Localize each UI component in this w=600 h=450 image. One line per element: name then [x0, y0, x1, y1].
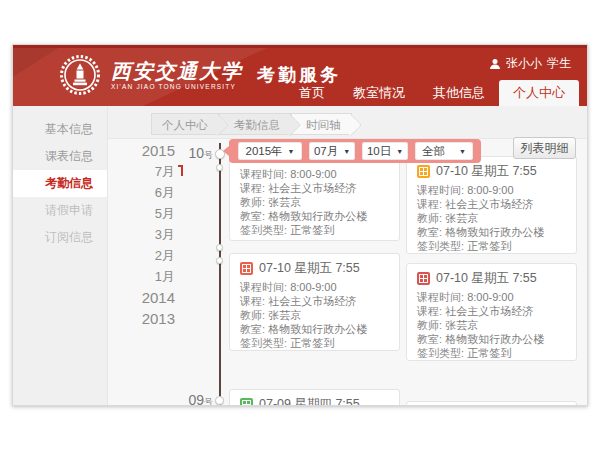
attendance-card: 07-10 星期五 7:55 课程时间: 8:00-9:00 课程: 社会主义市…: [406, 156, 577, 254]
user-role: 学生: [547, 55, 571, 72]
timeline-node: [216, 164, 223, 171]
calendar-icon: [240, 262, 253, 275]
scale-month-6[interactable]: 6月: [113, 182, 175, 203]
user-account[interactable]: 张小小 学生: [489, 55, 571, 72]
day-select[interactable]: 10日▼: [362, 142, 408, 160]
breadcrumb: 个人中心 考勤信息 时间轴: [151, 113, 352, 135]
card-title: 07-10 星期五 7:55: [436, 270, 537, 287]
attendance-card: 07-09 星期四 7:55: [229, 389, 400, 406]
nav-item-personal-center[interactable]: 个人中心: [499, 80, 579, 106]
list-detail-button[interactable]: 列表明细: [513, 137, 576, 159]
sidebar-item-attendance[interactable]: 考勤信息: [13, 170, 107, 197]
user-name: 张小小: [506, 55, 542, 72]
sidebar-item-basic-info[interactable]: 基本信息: [13, 116, 107, 143]
calendar-icon: [417, 272, 430, 285]
timeline-scale: 2015 7月 6月 5月 3月 2月 1月 2014 2013: [113, 140, 175, 329]
header-top-strip: [13, 45, 587, 48]
nav-item-classrooms[interactable]: 教室情况: [339, 80, 419, 106]
sidebar-item-subscription[interactable]: 订阅信息: [13, 224, 107, 251]
timeline-node: [216, 257, 223, 264]
brand-names: 西安交通大学 XI'AN JIAO TONG UNIVERSITY: [111, 60, 243, 90]
nav-item-home[interactable]: 首页: [285, 80, 339, 106]
scale-year-2014[interactable]: 2014: [113, 287, 175, 308]
app-window: 西安交通大学 XI'AN JIAO TONG UNIVERSITY 考勤服务 张…: [12, 44, 588, 406]
chevron-down-icon: ▼: [288, 148, 295, 155]
sidebar-item-leave-request[interactable]: 请假申请: [13, 197, 107, 224]
card-title: 07-10 星期五 7:55: [436, 163, 537, 180]
scale-month-7[interactable]: 7月: [113, 161, 175, 182]
breadcrumb-personal-center[interactable]: 个人中心: [151, 113, 219, 135]
attendance-card: 07-10 星期五 7:55 课程时间: 8:00-9:00 课程: 社会主义市…: [229, 253, 400, 351]
day-group-label-09: 09号: [173, 392, 213, 406]
timeline-axis: [219, 143, 221, 406]
scale-year-2013[interactable]: 2013: [113, 308, 175, 329]
breadcrumb-attendance[interactable]: 考勤信息: [219, 113, 291, 135]
sidebar: 基本信息 课表信息 考勤信息 请假申请 订阅信息: [13, 106, 108, 406]
user-icon: [489, 58, 501, 70]
attendance-card: [406, 401, 577, 406]
date-filter-bar: 2015年▼ 07月▼ 10日▼ 全部▼: [229, 139, 481, 163]
chevron-down-icon: ▼: [396, 148, 403, 155]
scale-month-2[interactable]: 2月: [113, 245, 175, 266]
sidebar-item-timetable[interactable]: 课表信息: [13, 143, 107, 170]
type-select[interactable]: 全部▼: [415, 142, 473, 160]
scale-month-3[interactable]: 3月: [113, 224, 175, 245]
nav-item-other-info[interactable]: 其他信息: [419, 80, 499, 106]
attendance-card: 07-10 星期五 7:55 课程时间: 8:00-9:00 课程: 社会主义市…: [406, 263, 577, 361]
scale-month-1[interactable]: 1月: [113, 266, 175, 287]
university-logo-icon: [59, 54, 101, 96]
app-header: 西安交通大学 XI'AN JIAO TONG UNIVERSITY 考勤服务 张…: [13, 45, 587, 106]
main-nav: 首页 教室情况 其他信息 个人中心: [285, 80, 579, 106]
month-select[interactable]: 07月▼: [309, 142, 355, 160]
university-name-en: XI'AN JIAO TONG UNIVERSITY: [111, 83, 243, 90]
calendar-icon: [417, 165, 430, 178]
university-name-cn: 西安交通大学: [111, 60, 243, 82]
chevron-down-icon: ▼: [343, 148, 350, 155]
chevron-down-icon: ▼: [459, 148, 466, 155]
timeline-node: [215, 396, 224, 405]
calendar-icon: [240, 398, 253, 406]
card-title: 07-10 星期五 7:55: [259, 260, 360, 277]
day-group-label-10: 10号: [173, 145, 213, 162]
scale-month-5[interactable]: 5月: [113, 203, 175, 224]
timeline-node: [216, 244, 223, 251]
year-select[interactable]: 2015年▼: [238, 142, 302, 160]
card-title: 07-09 星期四 7:55: [259, 396, 360, 406]
current-month-marker: [178, 165, 183, 176]
scale-year-2015[interactable]: 2015: [113, 140, 175, 161]
